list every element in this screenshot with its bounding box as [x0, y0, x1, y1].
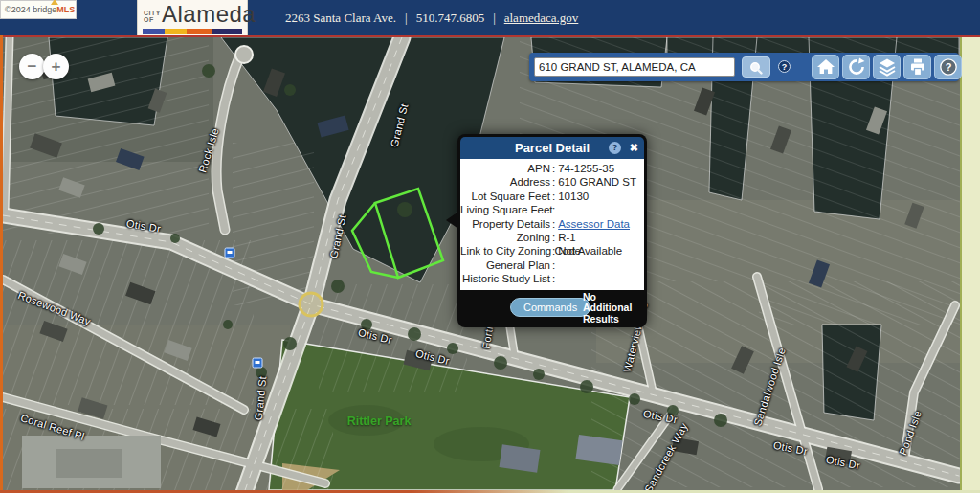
help-icon: ? [939, 57, 958, 77]
copyright-brand: MLS [56, 5, 75, 14]
field-label: Address [460, 175, 550, 189]
parcel-field-row: Living Square Feet: [460, 203, 640, 216]
map-border-top [0, 35, 980, 37]
park-label: Rittler Park [347, 415, 412, 428]
header-address: 2263 Santa Clara Ave. [285, 11, 396, 26]
field-label: Historic Study List [460, 272, 550, 285]
search-help-icon[interactable]: ? [778, 60, 791, 73]
svg-text:?: ? [945, 61, 951, 73]
field-separator: : [550, 231, 558, 244]
field-separator: : [550, 244, 558, 258]
layers-icon [878, 57, 897, 77]
logo-bar [143, 29, 165, 34]
field-label: Living Square Feet [460, 203, 550, 216]
field-value [558, 203, 640, 216]
field-value: R-1 [558, 231, 640, 244]
field-value: 74-1255-35 [558, 162, 640, 175]
field-value: 10130 [558, 190, 640, 203]
parcel-field-row: General Plan: [460, 258, 640, 272]
logo-cityof-text: CITY OF [144, 10, 161, 23]
popup-close-icon[interactable]: ✖ [630, 140, 638, 155]
field-label: Link to City Zoning Code [460, 244, 550, 258]
help-button[interactable]: ? [934, 55, 962, 79]
logo-color-bars [143, 29, 242, 34]
home-icon [816, 57, 835, 77]
header-separator: | [493, 11, 496, 26]
app-window: 2263 Santa Clara Ave. | 510.747.6805 | a… [0, 0, 980, 493]
refresh-button[interactable] [842, 55, 870, 79]
parcel-field-row: APN:74-1255-35 [460, 162, 640, 175]
bridgemls-logo-icon [51, 0, 58, 5]
field-label: General Plan [460, 258, 550, 272]
parcel-field-row: Property Details:Assessor Data [460, 217, 640, 231]
search-button[interactable] [742, 56, 770, 78]
intersection-marker [300, 293, 323, 316]
field-separator: : [550, 272, 558, 285]
magnifier-icon [747, 60, 765, 76]
field-value: Not Available [558, 244, 640, 258]
parcel-detail-popup: Parcel Detail ? ✖ APN:74-1255-35Address:… [457, 134, 647, 327]
popup-footer: Commands No Additional Results [460, 290, 644, 325]
parcel-field-row: Historic Study List: [460, 272, 640, 285]
parcel-fields: APN:74-1255-35Address:610 GRAND STLot Sq… [460, 159, 644, 290]
city-of-alameda-logo: CITY OF Alameda [137, 0, 248, 35]
home-button[interactable] [812, 55, 839, 79]
field-separator: : [550, 162, 558, 175]
parcel-field-row: Lot Square Feet:10130 [460, 190, 640, 203]
print-button[interactable] [903, 55, 931, 79]
field-label: APN [460, 162, 550, 175]
header-separator: | [405, 11, 408, 26]
field-separator: : [550, 203, 558, 216]
no-additional-results: No Additional Results [583, 292, 646, 325]
field-label: Property Details [460, 217, 550, 231]
field-value-link[interactable]: Assessor Data [558, 217, 640, 231]
field-separator: : [550, 217, 558, 231]
print-icon [908, 57, 927, 77]
popup-titlebar[interactable]: Parcel Detail ? ✖ [460, 137, 644, 159]
logo-name-text: Alameda [162, 2, 256, 27]
logo-bar [187, 29, 212, 34]
header-contact: 2263 Santa Clara Ave. | 510.747.6805 | a… [285, 0, 578, 35]
search-toolbar: ? [529, 53, 959, 81]
map-toolbar: ? [812, 55, 962, 79]
field-label: Lot Square Feet [460, 190, 550, 203]
search-input[interactable] [534, 57, 735, 77]
map-border-left [0, 35, 3, 493]
zoom-out-button[interactable]: − [19, 54, 45, 79]
copyright-text: ©2024 bridge [5, 5, 56, 14]
field-value: 610 GRAND ST [558, 175, 640, 189]
logo-bar [165, 29, 187, 34]
zoom-in-button[interactable]: + [43, 54, 69, 79]
popup-help-icon[interactable]: ? [609, 142, 621, 154]
layers-button[interactable] [873, 55, 901, 79]
popup-title: Parcel Detail [515, 141, 590, 155]
parcel-field-row: Address:610 GRAND ST [460, 175, 640, 189]
field-value [558, 258, 640, 272]
field-label: Zoning [460, 231, 550, 244]
parcel-field-row: Zoning:R-1 [460, 231, 640, 244]
map-strip-right [960, 37, 980, 493]
field-value [558, 272, 640, 285]
parcel-field-row: Link to City Zoning Code:Not Available [460, 244, 640, 258]
bridgemls-copyright: ©2024 bridgeMLS [0, 0, 77, 19]
field-separator: : [550, 175, 558, 189]
refresh-icon [847, 57, 866, 77]
logo-bar [212, 29, 242, 34]
field-separator: : [550, 190, 558, 203]
commands-button[interactable]: Commands [510, 298, 590, 317]
popup-pointer [446, 212, 458, 229]
website-link[interactable]: alamedaca.gov [504, 11, 579, 26]
header-phone: 510.747.6805 [416, 11, 485, 26]
field-separator: : [550, 258, 558, 272]
